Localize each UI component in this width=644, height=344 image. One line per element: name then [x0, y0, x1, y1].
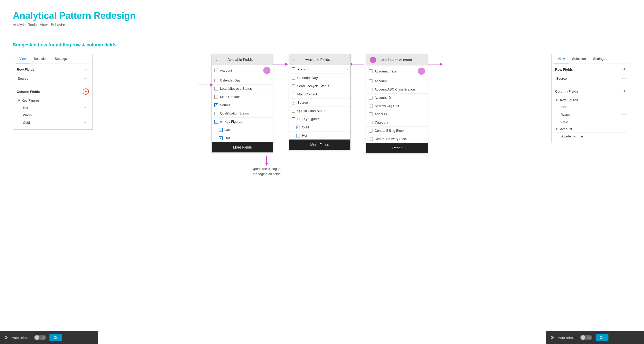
right-tab-view[interactable]: View [554, 54, 569, 63]
right-row-field-source-menu[interactable]: ··· [622, 76, 626, 81]
panel2-account-chevron[interactable]: › [346, 67, 348, 71]
panel2-nav-left[interactable]: ‹ [293, 57, 294, 62]
panel2-more-fields-btn[interactable]: More Fields [289, 140, 350, 150]
right-cold-field-menu[interactable]: ··· [622, 120, 626, 124]
right-hot-field-menu[interactable]: ··· [622, 105, 626, 109]
right-toolbar: ⚙ Auto-refresh Off Go [546, 331, 644, 344]
panel1-calendarday-label: Calendar Day [220, 78, 270, 82]
panel2-maincontact-checkbox[interactable] [292, 93, 295, 96]
left-row-field-source: Source ··· [17, 75, 89, 82]
left-toolbar-toggle[interactable]: Off [34, 335, 46, 340]
attributes-panel-back-btn[interactable]: ← [370, 57, 376, 63]
left-column-fields-add-button[interactable]: + [83, 88, 89, 95]
panel1-keyfigures-checkbox[interactable] [214, 120, 218, 124]
panel1-lifecycle-label: Lead Lifecycle Status [220, 87, 270, 91]
right-column-fields-add-button[interactable]: + [622, 88, 627, 94]
panel1-calendarday-checkbox[interactable] [214, 79, 218, 82]
panel3-accountabc-checkbox[interactable] [369, 88, 372, 91]
right-toolbar-go-button[interactable]: Go [596, 334, 609, 341]
section-title: Suggested flow for adding row & column f… [13, 42, 631, 48]
panel2-lifecycle-checkbox[interactable] [292, 84, 295, 88]
arrow-panel3-to-right [428, 62, 443, 67]
right-warm-field-menu[interactable]: ··· [622, 112, 626, 117]
panel3-actsasorgunit-row: Acts As Org Unit [366, 102, 428, 110]
panel2-source-checkbox[interactable] [292, 101, 295, 104]
panel3-accountid-checkbox[interactable] [369, 96, 372, 100]
panel2-cold-checkbox[interactable] [296, 126, 300, 129]
right-tab-settings[interactable]: Settings [589, 54, 609, 63]
panel3-account-label: Account [375, 79, 425, 83]
panel3-accountabc-row: Account ABC Classification [366, 85, 428, 94]
panel2-calendarday-checkbox[interactable] [292, 76, 295, 80]
left-row-fields-header: Row Fields + [17, 67, 89, 72]
panel1-nav-left[interactable]: ‹ [215, 57, 217, 62]
panel2-qualstatus-checkbox[interactable] [292, 109, 295, 113]
panel1-account-checkbox[interactable] [214, 69, 218, 72]
panel3-address-row: Address [366, 110, 428, 118]
panel3-account-checkbox[interactable] [369, 79, 372, 83]
left-row-field-source-menu[interactable]: ··· [84, 76, 88, 81]
left-hot-field-name: Hot [23, 106, 28, 110]
left-key-figures-expand-icon[interactable]: ⊟ [18, 99, 20, 102]
panel2-lifecycle-label: Lead Lifecycle Status [297, 84, 348, 88]
left-warm-field-menu[interactable]: ··· [84, 113, 88, 117]
panel2-qualstatus-row: Qualification Status [289, 107, 350, 115]
right-column-fields-title: Column Fields [555, 89, 578, 93]
left-tab-view[interactable]: View [16, 54, 30, 63]
panel1-cold-checkbox[interactable] [219, 128, 223, 132]
right-cold-field: Cold ··· [555, 118, 627, 126]
panel3-centralbillingblock-row: Central Billing Block [366, 127, 428, 135]
left-tab-settings[interactable]: Settings [51, 54, 70, 63]
panel2-maincontact-label: Main Contact [297, 92, 348, 96]
left-toolbar-go-button[interactable]: Go [49, 334, 63, 341]
panel1-account-row: Account [212, 65, 273, 76]
panel1-hot-row: Hot [212, 134, 273, 142]
right-tab-selection[interactable]: Selection [569, 54, 589, 63]
panel2-keyfigures-expand[interactable]: ⊟ [297, 117, 300, 121]
panel1-hot-checkbox[interactable] [219, 136, 223, 140]
right-column-fields-section: Column Fields + ⊟ Key Figures Hot ··· Wa… [552, 85, 631, 143]
left-tabs: View Selection Settings [13, 54, 92, 63]
panel1-lifecycle-checkbox[interactable] [214, 87, 218, 91]
panel3-address-label: Address [375, 112, 425, 116]
right-toolbar-off-label: Off [587, 336, 591, 339]
left-tab-selection[interactable]: Selection [30, 54, 51, 63]
right-toolbar-gear-icon[interactable]: ⚙ [550, 335, 554, 340]
right-academictitle-field-menu[interactable]: ··· [622, 134, 626, 138]
left-hot-field-menu[interactable]: ··· [84, 105, 88, 110]
right-row-fields-section: Row Fields + Source ··· [552, 63, 631, 85]
left-column-fields-title: Column Fields [17, 90, 40, 94]
right-row-fields-add-button[interactable]: + [622, 67, 627, 72]
panel3-category-checkbox[interactable] [369, 121, 372, 124]
left-warm-field-name: Warm [23, 113, 32, 117]
panel3-centraldeliveryblock-checkbox[interactable] [369, 137, 372, 141]
panel3-centralbillingblock-checkbox[interactable] [369, 129, 372, 133]
panel1-source-checkbox[interactable] [214, 103, 218, 107]
panel3-actsasorgunit-checkbox[interactable] [369, 104, 372, 108]
panel1-maincontact-checkbox[interactable] [214, 95, 218, 99]
right-account-expand-icon[interactable]: ⊟ [556, 127, 558, 131]
panel3-reset-btn[interactable]: Reset [366, 143, 428, 153]
right-academictitle-field-name: Academic Title [561, 134, 583, 138]
panel2-hot-checkbox[interactable] [296, 134, 300, 137]
panel1-maincontact-row: Main Contact [212, 93, 273, 101]
right-row-field-source-name: Source [556, 77, 567, 80]
panel3-address-checkbox[interactable] [369, 112, 372, 116]
panel1-cold-row: Cold [212, 126, 273, 134]
right-key-figures-expand-icon[interactable]: ⊟ [556, 98, 558, 102]
right-key-figures-label: Key Figures [560, 98, 578, 102]
left-column-fields-header: Column Fields + [17, 88, 89, 95]
panel3-academictitle-checkbox[interactable] [369, 69, 372, 73]
left-cold-field-menu[interactable]: ··· [84, 120, 88, 125]
panel2-account-checkbox[interactable] [292, 67, 295, 71]
panel1-keyfigures-expand[interactable]: ⊟ [220, 120, 222, 123]
left-toolbar-gear-icon[interactable]: ⚙ [4, 335, 8, 340]
panel3-account-row: Account [366, 77, 428, 85]
panel1-qualstatus-checkbox[interactable] [214, 112, 218, 115]
panel1-calendarday-row: Calendar Day [212, 76, 273, 85]
right-toolbar-toggle[interactable]: Off [580, 335, 592, 340]
panel2-maincontact-row: Main Contact [289, 90, 350, 99]
panel1-more-fields-btn[interactable]: More Fields [212, 142, 273, 152]
left-row-fields-add-button[interactable]: + [83, 67, 89, 72]
panel2-keyfigures-checkbox[interactable] [292, 117, 295, 121]
